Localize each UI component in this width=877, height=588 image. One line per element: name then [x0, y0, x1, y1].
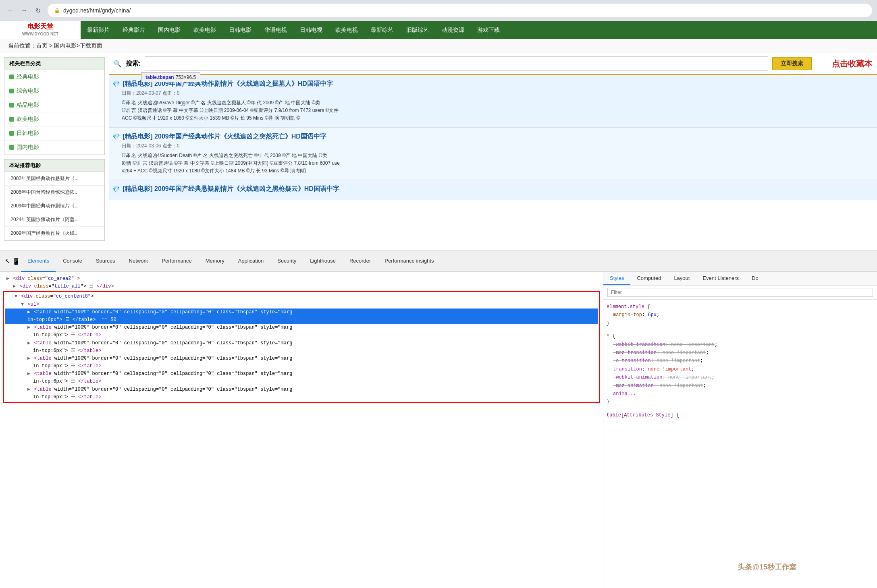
expand-arrow-3[interactable]: ▼: [21, 302, 24, 307]
nav-item-huayu[interactable]: 华语电视: [258, 21, 293, 39]
tab-performance[interactable]: Performance: [155, 251, 198, 272]
forward-button[interactable]: →: [19, 5, 30, 16]
nav-item-youxi[interactable]: 游戏下载: [471, 21, 506, 39]
nav-item-guonei[interactable]: 国内电影: [152, 21, 187, 39]
tab-sources[interactable]: Sources: [89, 251, 122, 272]
css-prop-webkit-animation: -webkit-animation: none !important;: [607, 373, 874, 381]
tab-elements[interactable]: Elements: [21, 251, 56, 272]
html-line-1[interactable]: ▶ <div class="title_all"> ☰ </div>: [3, 283, 600, 290]
expand-arrow-7[interactable]: ▶: [27, 356, 30, 361]
mobile-icon[interactable]: 📱: [12, 257, 20, 265]
tab-console[interactable]: Console: [56, 251, 89, 272]
css-prop-webkit-transition: -webkit-transition: none !important;: [607, 341, 874, 349]
lock-icon: 🔒: [54, 8, 60, 13]
tab-application[interactable]: Application: [232, 251, 270, 272]
sidebar-item-jingdian[interactable]: 经典电影: [4, 70, 104, 84]
html-line-9b[interactable]: in-top:6px"> ☰ </table>: [5, 393, 598, 401]
tab-security[interactable]: Security: [271, 251, 303, 272]
rec-item-2[interactable]: ·2009年中国经典动作剧情片《...: [4, 199, 104, 213]
html-line-5[interactable]: ▶ <table width="100%" border="0" cellspa…: [5, 324, 598, 331]
browser-chrome: ← → ↻ 🔒 dygod.net/html/gndy/china/: [0, 0, 877, 21]
css-tab-styles[interactable]: Styles: [603, 272, 630, 285]
movie-item-1[interactable]: 💎 [精品电影] 2009年国产经典动作片《火线追凶之突然死亡》HD国语中字 日…: [109, 128, 877, 180]
html-line-7[interactable]: ▶ <table width="100%" border="0" cellspa…: [5, 355, 598, 362]
movie-date-0: 日期：2024-03-07 点击：0: [112, 90, 874, 97]
tab-lighthouse[interactable]: Lighthouse: [303, 251, 342, 272]
movie-title-1: 💎 [精品电影] 2009年国产经典动作片《火线追凶之突然死亡》HD国语中字: [112, 133, 874, 141]
css-tab-computed[interactable]: Computed: [630, 272, 667, 285]
html-line-0[interactable]: ▶ <div class="co_area2" >: [3, 275, 600, 283]
url-text: dygod.net/html/gndy/china/: [63, 7, 131, 14]
html-line-3[interactable]: ▼ <ul>: [5, 301, 598, 308]
css-panel-tabs: Styles Computed Layout Event Listeners D…: [603, 272, 877, 286]
devtools-toolbar: ↖ 📱 Elements Console Sources Network Per…: [0, 251, 877, 272]
html-line-6[interactable]: ▶ <table width="100%" border="0" cellspa…: [5, 340, 598, 347]
html-line-4[interactable]: ▶ <table width="100%" border="0" cellspa…: [5, 308, 598, 316]
css-filter-input[interactable]: [607, 288, 873, 297]
back-button[interactable]: ←: [5, 5, 16, 16]
search-input[interactable]: [145, 56, 768, 71]
sidebar-item-oumei[interactable]: 欧美电影: [4, 112, 104, 126]
nav-item-xinzongyi[interactable]: 最新综艺: [364, 21, 400, 39]
movie-icon-1: 💎: [112, 133, 120, 141]
devtools-panel: ↖ 📱 Elements Console Sources Network Per…: [0, 251, 877, 588]
css-prop-margin-top: margin-top: 6px;: [607, 311, 874, 319]
expand-arrow-6[interactable]: ▶: [27, 340, 30, 346]
tab-memory[interactable]: Memory: [199, 251, 231, 272]
element-tooltip: table.tbspan 753×96.5: [141, 72, 200, 82]
nav-item-jiuzongyi[interactable]: 旧版综艺: [400, 21, 435, 39]
rec-item-3[interactable]: ·2024年英国惊悚动作片《阿盖...: [4, 213, 104, 227]
movie-item-2[interactable]: 💎 [精品电影] 2009年国产经典悬疑剧情片《火线追凶之黑枪疑云》HD国语中字: [109, 180, 877, 200]
nav-item-rihan[interactable]: 日韩电影: [222, 21, 258, 39]
nav-item-dongman[interactable]: 动漫资源: [435, 21, 471, 39]
refresh-button[interactable]: ↻: [32, 5, 44, 16]
nav-item-oumei[interactable]: 欧美电影: [187, 21, 222, 39]
html-line-5b[interactable]: in-top:6px"> ☰ </table>: [5, 331, 598, 339]
nav-item-oumei-tv[interactable]: 欧美电视: [329, 21, 364, 39]
expand-arrow-2[interactable]: ▼: [15, 294, 17, 299]
movie-item-0[interactable]: 💎 [精品电影] 2009年国产经典动作剧情片《火线追凶之掘墓人》HD国语中字 …: [109, 75, 877, 128]
rec-item-1[interactable]: ·2006年中国台湾经典惊悚恐怖...: [4, 186, 104, 199]
sidebar-item-jingpin[interactable]: 精品电影: [4, 98, 104, 112]
html-line-6b[interactable]: in-top:6px"> ☰ </table>: [5, 347, 598, 355]
nav-item-jingdian[interactable]: 经典影片: [116, 21, 152, 39]
movie-date-1: 日期：2024-03-06 点击：0: [112, 143, 874, 149]
expand-arrow-9[interactable]: ▶: [27, 387, 30, 392]
html-line-8[interactable]: ▶ <table width="100%" border="0" cellspa…: [5, 370, 598, 378]
html-panel: ▶ <div class="co_area2" > ▶ <div class="…: [0, 272, 603, 588]
css-tab-layout[interactable]: Layout: [667, 272, 696, 285]
search-button[interactable]: 立即搜索: [772, 57, 812, 70]
html-line-4b[interactable]: in-top:6px"> ☰ </table> == $0: [5, 316, 598, 324]
css-tab-do[interactable]: Do: [745, 272, 765, 285]
html-line-7b[interactable]: in-top:6px"> ☰ </table>: [5, 362, 598, 370]
html-line-9[interactable]: ▶ <table width="100%" border="0" cellspa…: [5, 386, 598, 393]
css-selector-table-attr: table[Attributes Style] {: [607, 411, 874, 419]
expand-arrow[interactable]: ▶: [6, 276, 9, 282]
rec-item-0[interactable]: ·2002年美国经典动作悬疑片《...: [4, 172, 104, 186]
css-tab-event-listeners[interactable]: Event Listeners: [696, 272, 745, 285]
html-line-2[interactable]: ▼ <div class="co_content8">: [5, 293, 598, 300]
sidebar-item-rihan[interactable]: 日韩电影: [4, 126, 104, 141]
address-bar[interactable]: 🔒 dygod.net/html/gndy/china/: [48, 4, 872, 17]
html-line-8b[interactable]: in-top:6px"> ☰ </table>: [5, 378, 598, 385]
rec-item-4[interactable]: ·2009年国产经典动作片《火线...: [4, 227, 104, 240]
expand-arrow-4[interactable]: ▶: [27, 309, 30, 315]
green-dot: [9, 75, 14, 79]
cursor-icon[interactable]: ↖: [3, 257, 11, 265]
nav-item-xinying[interactable]: 最新影片: [81, 21, 116, 39]
green-dot: [9, 145, 14, 150]
green-dot: [9, 131, 14, 136]
expand-arrow-5[interactable]: ▶: [27, 325, 30, 330]
nav-item-rihan-tv[interactable]: 日韩电视: [293, 21, 329, 39]
sidebar-item-guonei[interactable]: 国内电影: [4, 141, 104, 155]
sidebar-item-zonghe[interactable]: 综合电影: [4, 84, 104, 98]
movie-title-2: 💎 [精品电影] 2009年国产经典悬疑剧情片《火线追凶之黑枪疑云》HD国语中字: [112, 185, 874, 193]
bookmark-button[interactable]: 点击收藏本: [832, 58, 872, 69]
tab-network[interactable]: Network: [123, 251, 155, 272]
tab-performance-insights[interactable]: Performance insights: [378, 251, 440, 272]
css-prop-moz-animation: -moz-animation: none !important;: [607, 382, 874, 390]
tab-recorder[interactable]: Recorder: [343, 251, 377, 272]
expand-arrow-1[interactable]: ▶: [13, 284, 16, 289]
recommended-section: 本站推荐电影 ·2002年美国经典动作悬疑片《... ·2006年中国台湾经典惊…: [4, 159, 105, 241]
expand-arrow-8[interactable]: ▶: [27, 371, 30, 377]
